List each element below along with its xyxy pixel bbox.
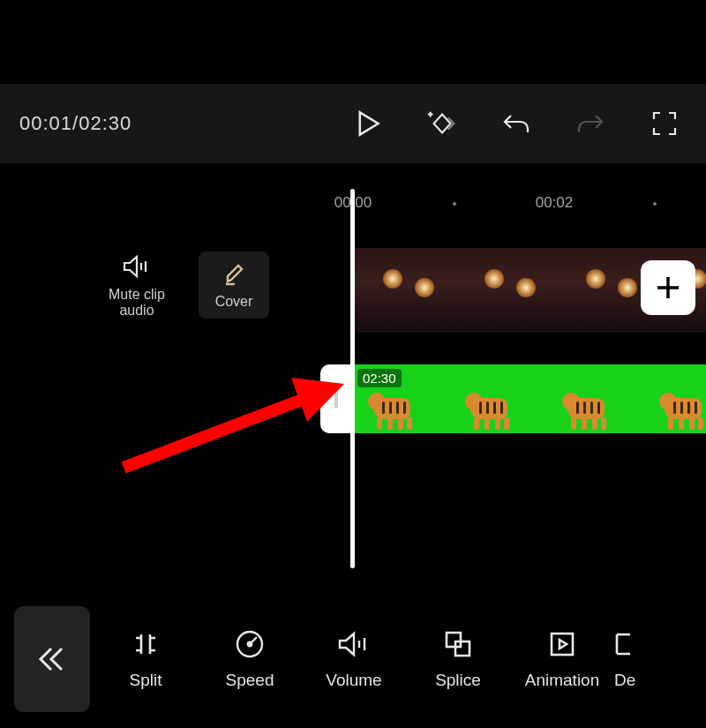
- tool-label: Split: [130, 671, 162, 690]
- clip-trim-handle-left[interactable]: [320, 364, 352, 433]
- speed-icon: [234, 628, 266, 660]
- tool-speed[interactable]: Speed: [198, 628, 302, 690]
- mute-clip-audio-button[interactable]: Mute clip audio: [101, 251, 172, 319]
- svg-rect-4: [455, 642, 469, 656]
- animation-icon: [547, 628, 577, 660]
- pencil-icon: [222, 259, 245, 289]
- back-button[interactable]: [14, 606, 90, 712]
- tool-split[interactable]: Split: [94, 628, 198, 690]
- fullscreen-button[interactable]: [648, 107, 681, 140]
- playhead[interactable]: [350, 189, 355, 568]
- playback-controls: [351, 107, 687, 140]
- play-button[interactable]: [351, 107, 385, 140]
- clip-thumbnail: [465, 389, 518, 430]
- clip-thumbnail: [454, 248, 556, 333]
- clip-thumbnail: [368, 389, 421, 430]
- svg-rect-3: [447, 633, 461, 647]
- set-cover-button[interactable]: Cover: [199, 251, 269, 319]
- svg-point-2: [248, 642, 252, 646]
- delete-icon: [614, 628, 632, 660]
- split-icon: [131, 628, 161, 660]
- overlay-duration-badge: 02:30: [357, 369, 402, 387]
- play-icon: [356, 110, 380, 137]
- undo-button[interactable]: [499, 107, 533, 140]
- redo-icon: [575, 111, 605, 136]
- fullscreen-icon: [651, 110, 678, 137]
- tool-label: Speed: [226, 671, 274, 690]
- add-keyframe-icon: [425, 109, 459, 139]
- svg-rect-5: [552, 634, 573, 655]
- cover-label: Cover: [215, 294, 253, 310]
- timeline-side-controls: Mute clip audio Cover: [101, 251, 269, 319]
- ruler-tick: [653, 202, 657, 206]
- edit-toolbar: Split Speed Volume: [0, 606, 706, 712]
- add-keyframe-button[interactable]: [425, 107, 459, 140]
- chevrons-left-icon: [35, 642, 69, 676]
- tool-volume[interactable]: Volume: [302, 628, 406, 690]
- ruler-mark: 00:02: [536, 194, 574, 212]
- playback-toolbar: 00:01/02:30: [0, 84, 706, 163]
- mute-label-line2: audio: [119, 303, 154, 319]
- time-display: 00:01/02:30: [19, 112, 131, 135]
- tool-splice[interactable]: Splice: [406, 628, 510, 690]
- ruler-tick: [453, 202, 456, 206]
- clip-thumbnail: [659, 389, 706, 430]
- volume-icon: [337, 628, 371, 660]
- clip-thumbnail: [562, 389, 615, 430]
- undo-icon: [501, 111, 531, 136]
- tool-label: Splice: [435, 671, 481, 690]
- speaker-icon: [122, 251, 152, 281]
- overlay-track[interactable]: 02:30: [320, 364, 706, 433]
- splice-icon: [443, 628, 473, 660]
- tool-label: Animation: [525, 671, 600, 690]
- mute-label-line1: Mute clip: [109, 287, 165, 303]
- clip-thumbnail: [353, 248, 454, 333]
- tool-list[interactable]: Split Speed Volume: [90, 628, 706, 690]
- plus-icon: [653, 273, 683, 303]
- tool-animation[interactable]: Animation: [510, 628, 614, 690]
- tool-label: De: [614, 671, 635, 690]
- overlay-clip[interactable]: 02:30: [352, 364, 706, 433]
- tool-delete[interactable]: De: [614, 628, 655, 690]
- tool-label: Volume: [326, 671, 381, 690]
- add-clip-button[interactable]: [641, 260, 695, 315]
- redo-button[interactable]: [574, 107, 607, 140]
